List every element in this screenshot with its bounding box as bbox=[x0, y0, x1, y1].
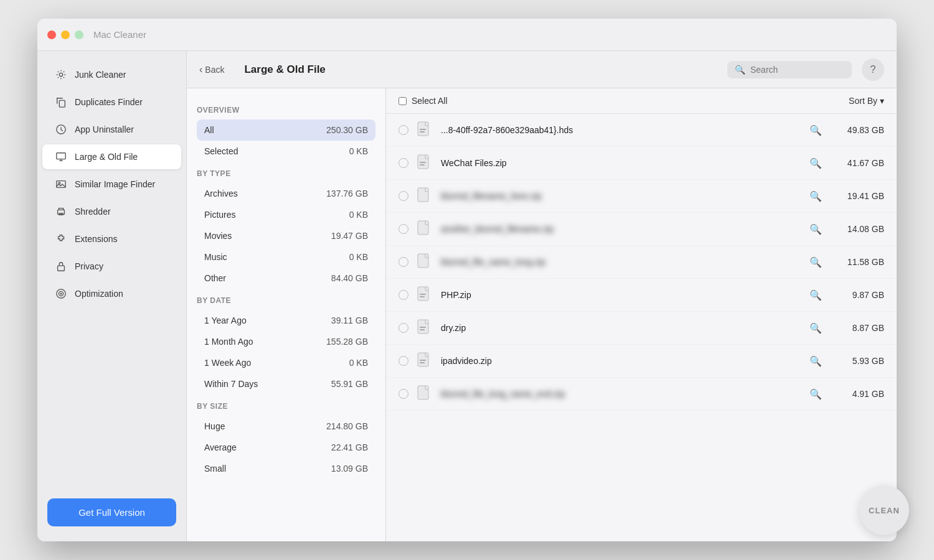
by-type-section-title: By Type bbox=[197, 169, 375, 178]
file-size: 4.91 GB bbox=[834, 389, 884, 399]
panel: Overview All 250.30 GB Selected 0 KB By … bbox=[187, 88, 897, 541]
sidebar-item-extensions[interactable]: Extensions bbox=[42, 226, 181, 251]
filter-archives-value: 137.76 GB bbox=[326, 189, 368, 198]
file-icon bbox=[416, 384, 433, 404]
filter-movies[interactable]: Movies 19.47 GB bbox=[197, 225, 375, 246]
select-all-checkbox[interactable] bbox=[399, 97, 407, 105]
maximize-button[interactable] bbox=[75, 30, 83, 39]
file-size: 19.41 GB bbox=[834, 191, 884, 201]
filter-archives-label: Archives bbox=[204, 189, 238, 198]
file-checkbox[interactable] bbox=[399, 224, 408, 234]
file-checkbox[interactable] bbox=[399, 290, 408, 300]
file-checkbox[interactable] bbox=[399, 389, 408, 399]
search-input[interactable] bbox=[750, 65, 844, 75]
zoom-icon[interactable]: 🔍 bbox=[804, 289, 827, 301]
file-row[interactable]: ...8-40ff-92a7-860e329aab41}.hds 🔍 49.83… bbox=[386, 114, 897, 147]
file-name-blurred: blurred_file_long_name_end.zip bbox=[441, 389, 797, 399]
filter-panel: Overview All 250.30 GB Selected 0 KB By … bbox=[187, 88, 386, 541]
file-row[interactable]: blurred_filename_here.zip 🔍 19.41 GB bbox=[386, 180, 897, 213]
back-button[interactable]: ‹ Back bbox=[199, 64, 224, 75]
svg-rect-13 bbox=[420, 131, 425, 133]
traffic-lights bbox=[47, 30, 83, 39]
sort-by-button[interactable]: Sort By ▾ bbox=[849, 96, 884, 106]
minimize-button[interactable] bbox=[61, 30, 70, 39]
search-icon: 🔍 bbox=[735, 65, 745, 75]
svg-rect-16 bbox=[420, 164, 425, 166]
file-icon bbox=[416, 285, 433, 305]
select-all-text: Select All bbox=[412, 96, 448, 106]
sidebar-item-large-old-file[interactable]: Large & Old File bbox=[42, 144, 181, 169]
help-button[interactable]: ? bbox=[862, 58, 884, 81]
file-name-blurred: another_blurred_filename.zip bbox=[441, 224, 797, 234]
file-checkbox[interactable] bbox=[399, 323, 408, 333]
sidebar-item-junk-cleaner[interactable]: Junk Cleaner bbox=[42, 62, 181, 87]
filter-selected[interactable]: Selected 0 KB bbox=[197, 141, 375, 162]
zoom-icon[interactable]: 🔍 bbox=[804, 322, 827, 334]
filter-archives[interactable]: Archives 137.76 GB bbox=[197, 183, 375, 204]
filter-other[interactable]: Other 84.40 GB bbox=[197, 268, 375, 289]
file-checkbox[interactable] bbox=[399, 356, 408, 366]
filter-average-value: 22.41 GB bbox=[331, 442, 368, 452]
sidebar-item-app-uninstaller[interactable]: App Uninstaller bbox=[42, 117, 181, 142]
file-size: 5.93 GB bbox=[834, 356, 884, 366]
filter-huge-value: 214.80 GB bbox=[326, 421, 368, 431]
image-icon bbox=[55, 178, 67, 190]
filter-small[interactable]: Small 13.09 GB bbox=[197, 458, 375, 479]
zoom-icon[interactable]: 🔍 bbox=[804, 388, 827, 400]
filter-pictures[interactable]: Pictures 0 KB bbox=[197, 204, 375, 225]
close-button[interactable] bbox=[47, 30, 56, 39]
zoom-icon[interactable]: 🔍 bbox=[804, 157, 827, 169]
sidebar-item-privacy[interactable]: Privacy bbox=[42, 254, 181, 279]
file-size: 11.58 GB bbox=[834, 257, 884, 267]
app-window: Mac Cleaner Junk Cleaner bbox=[37, 19, 897, 541]
file-row[interactable]: dry.zip 🔍 8.87 GB bbox=[386, 312, 897, 345]
select-all-label[interactable]: Select All bbox=[399, 96, 448, 106]
filter-all[interactable]: All 250.30 GB bbox=[197, 119, 375, 141]
zoom-icon[interactable]: 🔍 bbox=[804, 223, 827, 235]
filter-pictures-value: 0 KB bbox=[349, 210, 368, 220]
sidebar-item-privacy-label: Privacy bbox=[75, 261, 103, 271]
file-checkbox[interactable] bbox=[399, 158, 408, 168]
filter-pictures-label: Pictures bbox=[204, 210, 236, 220]
filter-huge[interactable]: Huge 214.80 GB bbox=[197, 416, 375, 437]
file-checkbox[interactable] bbox=[399, 191, 408, 201]
file-name-blurred: blurred_file_name_long.zip bbox=[441, 257, 797, 267]
filter-1-year-ago[interactable]: 1 Year Ago 39.11 GB bbox=[197, 310, 375, 331]
file-row[interactable]: another_blurred_filename.zip 🔍 14.08 GB bbox=[386, 213, 897, 246]
sidebar-item-shredder[interactable]: Shredder bbox=[42, 199, 181, 224]
file-row[interactable]: ipadvideo.zip 🔍 5.93 GB bbox=[386, 345, 897, 378]
circle-icon bbox=[55, 123, 67, 136]
by-size-section-title: By Size bbox=[197, 402, 375, 411]
search-box: 🔍 bbox=[727, 61, 852, 78]
filter-1-week-ago[interactable]: 1 Week Ago 0 KB bbox=[197, 352, 375, 373]
filter-average[interactable]: Average 22.41 GB bbox=[197, 437, 375, 458]
gear-icon bbox=[55, 68, 67, 81]
filter-1-month-ago[interactable]: 1 Month Ago 155.28 GB bbox=[197, 331, 375, 352]
sidebar-item-extensions-label: Extensions bbox=[75, 234, 117, 244]
sidebar-item-duplicates-finder[interactable]: Duplicates Finder bbox=[42, 90, 181, 114]
filter-within-7-days[interactable]: Within 7 Days 55.91 GB bbox=[197, 373, 375, 394]
sidebar-item-optimization-label: Optimization bbox=[75, 289, 123, 299]
file-list-header: Select All Sort By ▾ bbox=[386, 88, 897, 114]
file-checkbox[interactable] bbox=[399, 257, 408, 267]
sidebar-item-similar-image[interactable]: Similar Image Finder bbox=[42, 172, 181, 197]
sidebar-item-large-old-label: Large & Old File bbox=[75, 152, 138, 162]
zoom-icon[interactable]: 🔍 bbox=[804, 190, 827, 202]
zoom-icon[interactable]: 🔍 bbox=[804, 256, 827, 268]
get-full-version-button[interactable]: Get Full Version bbox=[47, 498, 176, 526]
zoom-icon[interactable]: 🔍 bbox=[804, 124, 827, 136]
filter-music-value: 0 KB bbox=[349, 252, 368, 262]
file-row[interactable]: blurred_file_name_long.zip 🔍 11.58 GB bbox=[386, 246, 897, 279]
back-label: Back bbox=[205, 65, 224, 75]
by-date-section-title: By Date bbox=[197, 296, 375, 305]
file-row[interactable]: WeChat Files.zip 🔍 41.67 GB bbox=[386, 147, 897, 180]
svg-point-0 bbox=[59, 73, 62, 76]
zoom-icon[interactable]: 🔍 bbox=[804, 355, 827, 367]
file-name: WeChat Files.zip bbox=[441, 158, 797, 168]
filter-music[interactable]: Music 0 KB bbox=[197, 246, 375, 268]
file-row[interactable]: blurred_file_long_name_end.zip 🔍 4.91 GB bbox=[386, 378, 897, 411]
sidebar-item-optimization[interactable]: Optimization bbox=[42, 281, 181, 306]
svg-rect-22 bbox=[420, 296, 425, 297]
file-row[interactable]: PHP.zip 🔍 9.87 GB bbox=[386, 279, 897, 312]
file-checkbox[interactable] bbox=[399, 125, 408, 135]
